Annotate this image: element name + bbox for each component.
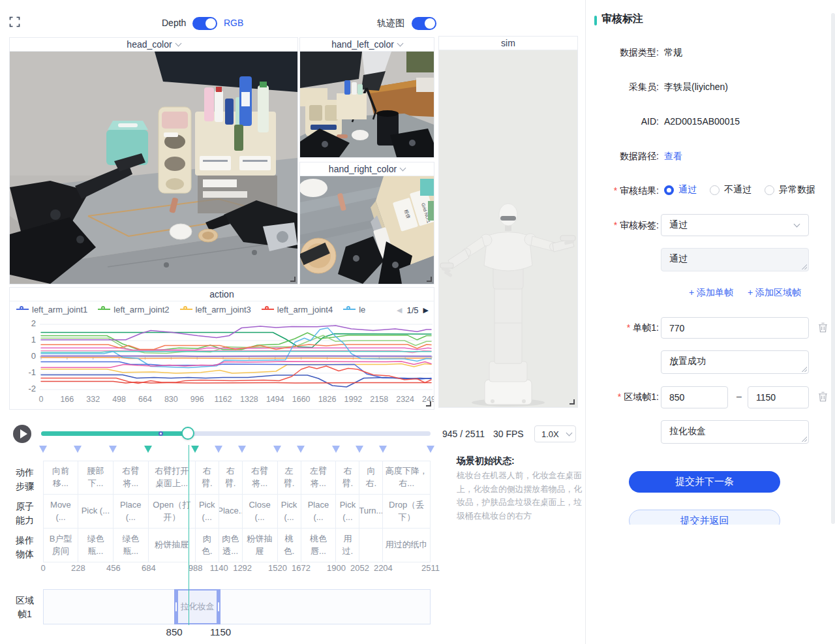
speed-value: 1.0X bbox=[541, 429, 559, 439]
region-end-input[interactable]: 1150 bbox=[748, 386, 809, 408]
chevron-down-icon bbox=[397, 40, 403, 46]
timeline-cell: Move (... bbox=[43, 495, 78, 529]
timeline-cell: 绿色瓶... bbox=[78, 529, 114, 562]
timeline-marker[interactable] bbox=[379, 446, 387, 453]
timeline-marker[interactable] bbox=[427, 446, 434, 453]
trajectory-toggle[interactable] bbox=[412, 17, 436, 30]
timeline-slider[interactable] bbox=[41, 431, 431, 436]
legend-line-icon bbox=[343, 307, 356, 312]
aid-value: A2D0015AB00015 bbox=[664, 116, 740, 127]
add-region-frame-button[interactable]: + 添加区域帧 bbox=[748, 287, 801, 299]
data-path-label: 数据路径: bbox=[541, 151, 659, 162]
legend-prev-icon[interactable]: ◀ bbox=[397, 306, 402, 314]
legend-item[interactable]: left_arm_joint1 bbox=[16, 305, 87, 314]
hand-right-camera-image: Grid NO.1 粉饼 bbox=[300, 176, 434, 284]
timeline-cell: 腰部下... bbox=[78, 461, 114, 495]
single-frame-input[interactable]: 770 bbox=[661, 317, 809, 339]
review-result-option[interactable]: 异常数据 bbox=[765, 184, 815, 196]
segment-left-handle[interactable] bbox=[174, 589, 178, 624]
scrollbar[interactable] bbox=[831, 13, 835, 524]
legend-item[interactable]: left_arm_joint4 bbox=[262, 305, 333, 314]
data-path-link[interactable]: 查看 bbox=[664, 151, 682, 162]
submit-next-button[interactable]: 提交并下一条 bbox=[629, 471, 780, 493]
timeline-marker[interactable] bbox=[273, 446, 281, 453]
playhead-line bbox=[189, 445, 190, 625]
segment-right-handle[interactable] bbox=[217, 589, 220, 624]
scene-state-title: 场景初始状态: bbox=[457, 455, 584, 467]
slider-handle[interactable] bbox=[181, 427, 194, 440]
add-single-frame-button[interactable]: + 添加单帧 bbox=[689, 287, 733, 299]
legend-item[interactable]: left_arm_joint2 bbox=[98, 305, 169, 314]
hand-left-camera-image bbox=[300, 52, 434, 157]
legend-line-icon bbox=[262, 307, 274, 312]
legend-line-icon bbox=[180, 307, 192, 312]
legend-item[interactable]: le bbox=[343, 305, 365, 314]
review-result-option[interactable]: 通过 bbox=[664, 184, 697, 196]
title-accent-bar bbox=[594, 16, 597, 25]
review-tag-note-textarea[interactable]: 通过 bbox=[661, 248, 809, 271]
y-tick-label: 0 bbox=[18, 351, 36, 361]
data-type-value: 常规 bbox=[664, 47, 682, 59]
x-tick-label: 1162 bbox=[211, 395, 235, 404]
hand-left-camera-panel: hand_left_color bbox=[299, 37, 434, 158]
delete-region-frame-icon[interactable] bbox=[818, 391, 828, 405]
timeline-marker[interactable] bbox=[356, 446, 363, 453]
x-tick-label: 0 bbox=[29, 395, 53, 404]
speed-select[interactable]: 1.0X bbox=[534, 425, 576, 442]
review-tag-select[interactable]: 通过 bbox=[661, 214, 809, 236]
resize-handle-icon[interactable] bbox=[290, 277, 296, 282]
radio-icon bbox=[765, 185, 774, 195]
timeline-marker[interactable] bbox=[238, 446, 246, 453]
timeline-marker[interactable] bbox=[215, 446, 222, 453]
timeline-cell: 右臂将... bbox=[114, 461, 149, 495]
region-note-textarea[interactable]: 拉化妆盒 bbox=[661, 420, 809, 444]
single-frame-dot[interactable] bbox=[159, 431, 163, 436]
timeline-marker[interactable] bbox=[332, 446, 340, 453]
timeline-cell: 绿色瓶... bbox=[114, 529, 149, 562]
timeline-cell: Pick (... bbox=[336, 495, 359, 529]
x-tick-label: 2158 bbox=[367, 395, 391, 404]
region-start-input[interactable]: 850 bbox=[661, 386, 728, 408]
submit-return-button[interactable]: 提交并返回 bbox=[629, 510, 780, 525]
hand-left-camera-header[interactable]: hand_left_color bbox=[300, 38, 434, 52]
y-tick-label: 2 bbox=[18, 318, 36, 328]
slider-progress bbox=[41, 431, 188, 436]
legend-next-icon[interactable]: ▶ bbox=[423, 306, 429, 314]
region-segment[interactable]: 拉化妆盒 bbox=[174, 589, 220, 624]
hand-right-camera-header[interactable]: hand_right_color bbox=[300, 162, 434, 176]
timeline-marker[interactable] bbox=[109, 446, 117, 453]
legend-line-icon bbox=[98, 307, 110, 312]
legend-item[interactable]: left_arm_joint3 bbox=[180, 305, 251, 314]
timeline-marker[interactable] bbox=[39, 446, 47, 453]
review-result-option[interactable]: 不通过 bbox=[710, 184, 752, 196]
delete-single-frame-icon[interactable] bbox=[818, 322, 828, 335]
collector-label: 采集员: bbox=[541, 82, 659, 93]
resize-grip-icon[interactable] bbox=[801, 366, 807, 372]
single-frame-note-textarea[interactable]: 放置成功 bbox=[661, 350, 809, 374]
aid-label: AID: bbox=[541, 116, 659, 127]
timeline-marker[interactable] bbox=[191, 446, 199, 453]
timeline-cell: 桃色. bbox=[278, 529, 301, 562]
review-result-label: *审核结果: bbox=[541, 185, 659, 197]
resize-handle-icon[interactable] bbox=[426, 401, 431, 406]
x-tick-label: 664 bbox=[133, 395, 157, 404]
timeline-marker[interactable] bbox=[74, 446, 82, 453]
resize-grip-icon[interactable] bbox=[801, 436, 807, 442]
region-frame-track[interactable]: 拉化妆盒 bbox=[43, 589, 431, 624]
depth-rgb-toggle[interactable] bbox=[192, 17, 217, 30]
fullscreen-icon[interactable] bbox=[9, 16, 20, 27]
timeline-marker[interactable] bbox=[144, 446, 152, 453]
timeline-cell: 用过. bbox=[336, 529, 359, 562]
play-button[interactable] bbox=[13, 425, 31, 443]
resize-handle-icon[interactable] bbox=[427, 277, 432, 282]
review-panel-title: 审核标注 bbox=[601, 12, 643, 26]
resize-grip-icon[interactable] bbox=[801, 264, 807, 269]
timeline-cell: 粉饼抽屉 bbox=[243, 529, 278, 562]
head-camera-header[interactable]: head_color bbox=[10, 38, 297, 52]
timeline-cell: Close (... bbox=[243, 495, 278, 529]
timeline-marker[interactable] bbox=[297, 446, 305, 453]
timeline-cell: Pick (... bbox=[78, 495, 114, 529]
timeline-cell: 左臂将... bbox=[301, 461, 337, 495]
single-frame-label: *单帧1: bbox=[541, 322, 659, 334]
hand-left-camera-title: hand_left_color bbox=[331, 39, 394, 50]
